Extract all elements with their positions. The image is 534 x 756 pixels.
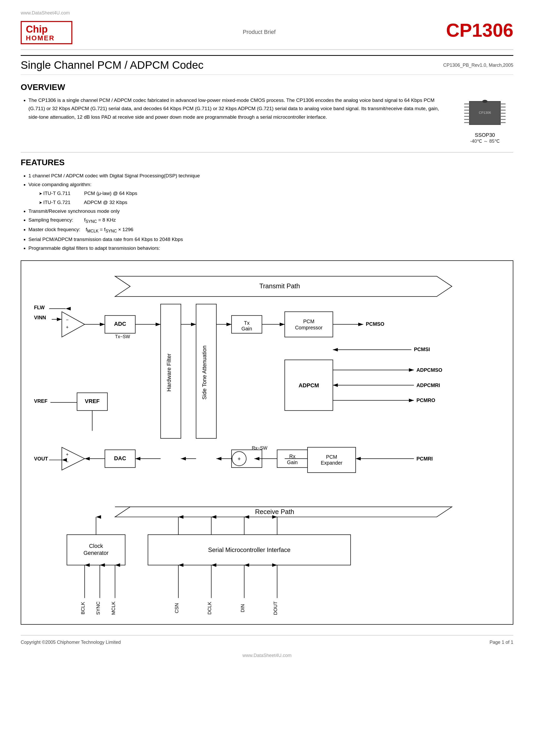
overview-section: OVERVIEW The CP1306 is a single channel … [21, 82, 513, 144]
header-product-brief: Product Brief [243, 29, 276, 36]
svg-text:VREF: VREF [85, 398, 99, 404]
svg-text:HOMER: HOMER [26, 34, 55, 42]
svg-text:+: + [237, 456, 241, 462]
svg-marker-28 [62, 311, 85, 337]
diagram-container: Transmit Path Receive Path − + VINN FLW … [21, 260, 513, 625]
svg-text:CSN: CSN [174, 603, 179, 613]
svg-text:+: + [66, 325, 68, 330]
svg-text:Rx−SW: Rx−SW [252, 446, 268, 451]
footer-copyright: Copyright ©2005 Chiphomer Technology Lim… [21, 640, 121, 645]
footer: Copyright ©2005 Chiphomer Technology Lim… [21, 635, 513, 645]
svg-text:Compressor: Compressor [295, 325, 323, 331]
chip-package-name: SSOP30 [456, 132, 513, 138]
ssop30-svg: CP1306 [462, 96, 508, 130]
svg-text:Side Tone Attenuation: Side Tone Attenuation [201, 345, 207, 399]
sub-list: ITU-T G.711 PCM (μ-law) @ 64 Kbps ITU-T … [28, 189, 513, 206]
block-diagram-svg: Transmit Path Receive Path − + VINN FLW … [26, 269, 508, 618]
svg-text:−: − [66, 317, 68, 322]
chip-number: CP1306 [446, 21, 513, 40]
svg-text:Tx−SW: Tx−SW [115, 334, 130, 339]
svg-text:PCMRO: PCMRO [416, 397, 435, 403]
feature-item-2: Voice companding algorithm: ITU-T G.711 … [28, 180, 513, 207]
svg-text:Transmit Path: Transmit Path [259, 282, 300, 289]
svg-text:ADPCM: ADPCM [299, 382, 319, 389]
footer-page: Page 1 of 1 [490, 640, 513, 645]
sub-item-2: ITU-T G.721 ADPCM @ 32 Kbps [39, 198, 513, 207]
sub-item-1: ITU-T G.711 PCM (μ-law) @ 64 Kbps [39, 189, 513, 198]
svg-text:DAC: DAC [114, 455, 126, 462]
feature-item-6: Serial PCM/ADPCM transmission data rate … [28, 235, 513, 244]
svg-text:PCMRI: PCMRI [416, 456, 433, 462]
features-section: FEATURES 1 channel PCM / ADPCM codec wit… [21, 158, 513, 253]
svg-text:ADPCMSO: ADPCMSO [416, 367, 442, 373]
svg-text:Expander: Expander [321, 460, 342, 465]
svg-text:BCLK: BCLK [80, 602, 86, 614]
svg-text:SYNC: SYNC [95, 601, 101, 615]
feature-item-5: Master clock frequency: fMCLK = fSYNC × … [28, 225, 513, 235]
page: www.DataSheet4U.com Chip HOMER Product B… [0, 0, 534, 756]
feature-item-4: Sampling frequency: fSYNC = 8 KHz [28, 216, 513, 225]
svg-text:Generator: Generator [84, 550, 109, 556]
svg-text:PCM: PCM [303, 318, 314, 324]
overview-title: OVERVIEW [21, 82, 513, 92]
svg-text:PCMSI: PCMSI [414, 346, 430, 352]
svg-text:Serial Microcontroller Interfa: Serial Microcontroller Interface [208, 547, 290, 553]
svg-rect-50 [285, 311, 333, 337]
svg-text:Gain: Gain [241, 326, 252, 332]
svg-text:Chip: Chip [26, 24, 47, 35]
svg-text:CP1306: CP1306 [479, 111, 491, 115]
chip-temp: -40℃ ～ 85℃ [456, 138, 513, 144]
overview-bullet: The CP1306 is a single channel PCM / ADP… [28, 96, 446, 121]
svg-text:Receive Path: Receive Path [255, 508, 294, 515]
svg-text:FLW: FLW [34, 305, 45, 310]
svg-text:VINN: VINN [34, 315, 46, 320]
divider1 [21, 152, 513, 152]
svg-text:DIN: DIN [240, 604, 245, 612]
svg-text:−: − [66, 459, 68, 464]
svg-text:Rx: Rx [289, 453, 295, 459]
watermark-bottom: www.DataSheet4U.com [21, 653, 513, 658]
title-bar: Single Channel PCM / ADPCM Codec CP1306_… [21, 55, 513, 75]
svg-text:Tx: Tx [244, 320, 250, 326]
overview-list: The CP1306 is a single channel PCM / ADP… [21, 96, 446, 121]
chip-image-area: CP1306 SSOP30 -40℃ ～ 85℃ [456, 96, 513, 144]
svg-text:Clock: Clock [89, 543, 103, 549]
svg-text:VOUT: VOUT [34, 456, 48, 462]
svg-text:PCM: PCM [326, 454, 337, 460]
svg-text:ADC: ADC [114, 321, 126, 327]
svg-text:Gain: Gain [287, 459, 298, 465]
header-right: CP1306 [446, 21, 513, 40]
svg-text:MCLK: MCLK [111, 601, 116, 615]
feature-item-7: Programmable digital filters to adapt tr… [28, 244, 513, 253]
logo-area: Chip HOMER [21, 21, 72, 44]
features-title: FEATURES [21, 158, 513, 167]
overview-area: The CP1306 is a single channel PCM / ADP… [21, 96, 513, 144]
watermark-top: www.DataSheet4U.com [21, 10, 513, 16]
header: Chip HOMER Product Brief CP1306 [21, 21, 513, 50]
doc-ref: CP1306_PB_Rev1.0, March,2005 [443, 63, 513, 68]
svg-text:DOUT: DOUT [273, 601, 278, 615]
feature-item-3: Transmit/Receive synchronous mode only [28, 207, 513, 216]
logo-svg: Chip HOMER [21, 21, 72, 44]
features-list: 1 channel PCM / ADPCM codec with Digital… [21, 172, 513, 253]
main-title: Single Channel PCM / ADPCM Codec [21, 59, 203, 71]
svg-text:+: + [66, 452, 68, 457]
svg-text:DCLK: DCLK [207, 602, 212, 614]
svg-text:ADPCMRI: ADPCMRI [416, 382, 440, 388]
svg-point-18 [482, 100, 488, 103]
svg-text:PCMSO: PCMSO [366, 321, 384, 327]
svg-text:VREF: VREF [34, 398, 47, 404]
svg-text:Hardware Filter: Hardware Filter [166, 353, 172, 392]
feature-item-1: 1 channel PCM / ADPCM codec with Digital… [28, 172, 513, 180]
overview-text: The CP1306 is a single channel PCM / ADP… [21, 96, 446, 124]
svg-marker-87 [62, 447, 85, 470]
